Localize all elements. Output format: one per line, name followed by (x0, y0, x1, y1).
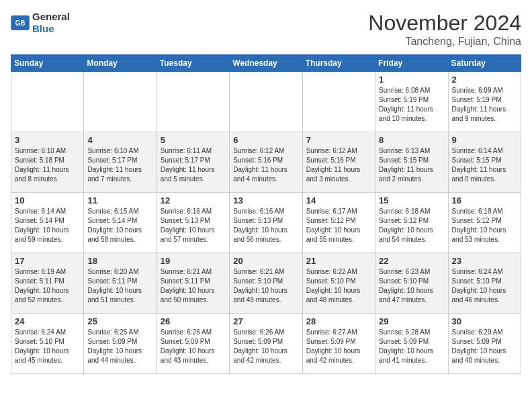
location: Tancheng, Fujian, China (368, 36, 521, 48)
day-info: Sunrise: 6:26 AMSunset: 5:09 PMDaylight:… (233, 328, 298, 365)
calendar-cell: 11Sunrise: 6:15 AMSunset: 5:14 PMDayligh… (84, 193, 157, 253)
day-info: Sunrise: 6:11 AMSunset: 5:17 PMDaylight:… (161, 146, 226, 184)
calendar-cell: 27Sunrise: 6:26 AMSunset: 5:09 PMDayligh… (230, 314, 302, 374)
calendar-cell: 26Sunrise: 6:26 AMSunset: 5:09 PMDayligh… (157, 314, 229, 374)
calendar-cell: 23Sunrise: 6:24 AMSunset: 5:10 PMDayligh… (448, 253, 521, 314)
calendar-cell: 9Sunrise: 6:14 AMSunset: 5:15 PMDaylight… (448, 132, 521, 193)
day-info: Sunrise: 6:18 AMSunset: 5:12 PMDaylight:… (452, 207, 517, 244)
calendar-body: 1Sunrise: 6:08 AMSunset: 5:19 PMDaylight… (11, 72, 521, 374)
calendar-cell: 30Sunrise: 6:29 AMSunset: 5:09 PMDayligh… (448, 314, 521, 374)
day-info: Sunrise: 6:10 AMSunset: 5:17 PMDaylight:… (87, 146, 152, 184)
calendar-cell (84, 72, 157, 132)
day-info: Sunrise: 6:13 AMSunset: 5:15 PMDaylight:… (379, 146, 444, 184)
calendar-cell: 24Sunrise: 6:24 AMSunset: 5:10 PMDayligh… (11, 314, 84, 374)
calendar-cell: 29Sunrise: 6:28 AMSunset: 5:09 PMDayligh… (375, 314, 448, 374)
day-number: 16 (452, 195, 517, 205)
calendar-cell: 5Sunrise: 6:11 AMSunset: 5:17 PMDaylight… (157, 132, 229, 193)
calendar-cell: 25Sunrise: 6:25 AMSunset: 5:09 PMDayligh… (84, 314, 157, 374)
day-number: 10 (15, 195, 80, 205)
weekday-header-monday: Monday (84, 55, 157, 72)
day-number: 5 (161, 135, 226, 145)
calendar-cell (230, 72, 302, 132)
calendar-cell: 20Sunrise: 6:21 AMSunset: 5:10 PMDayligh… (230, 253, 302, 314)
calendar-cell: 13Sunrise: 6:16 AMSunset: 5:13 PMDayligh… (230, 193, 302, 253)
day-number: 19 (161, 256, 226, 266)
logo: GB General Blue (11, 11, 70, 35)
day-info: Sunrise: 6:28 AMSunset: 5:09 PMDaylight:… (379, 328, 444, 365)
day-info: Sunrise: 6:08 AMSunset: 5:19 PMDaylight:… (379, 86, 444, 124)
day-number: 29 (379, 316, 444, 326)
day-number: 4 (87, 135, 152, 145)
day-info: Sunrise: 6:27 AMSunset: 5:09 PMDaylight:… (306, 328, 371, 365)
day-number: 7 (306, 135, 371, 145)
weekday-header-friday: Friday (375, 55, 448, 72)
day-info: Sunrise: 6:15 AMSunset: 5:14 PMDaylight:… (87, 207, 152, 244)
day-info: Sunrise: 6:20 AMSunset: 5:11 PMDaylight:… (87, 267, 152, 305)
day-info: Sunrise: 6:23 AMSunset: 5:10 PMDaylight:… (379, 267, 444, 305)
day-number: 15 (379, 195, 444, 205)
svg-text:GB: GB (15, 19, 25, 27)
day-info: Sunrise: 6:24 AMSunset: 5:10 PMDaylight:… (452, 267, 517, 305)
day-number: 21 (306, 256, 371, 266)
calendar-cell: 21Sunrise: 6:22 AMSunset: 5:10 PMDayligh… (302, 253, 375, 314)
day-number: 2 (452, 75, 517, 85)
day-info: Sunrise: 6:21 AMSunset: 5:10 PMDaylight:… (233, 267, 298, 305)
day-info: Sunrise: 6:12 AMSunset: 5:16 PMDaylight:… (233, 146, 298, 184)
day-number: 12 (161, 195, 226, 205)
day-number: 1 (379, 75, 444, 85)
day-number: 27 (233, 316, 298, 326)
day-number: 8 (379, 135, 444, 145)
day-info: Sunrise: 6:22 AMSunset: 5:10 PMDaylight:… (306, 267, 371, 305)
calendar-cell: 15Sunrise: 6:18 AMSunset: 5:12 PMDayligh… (375, 193, 448, 253)
day-info: Sunrise: 6:25 AMSunset: 5:09 PMDaylight:… (87, 328, 152, 365)
day-info: Sunrise: 6:12 AMSunset: 5:16 PMDaylight:… (306, 146, 371, 184)
calendar-cell: 8Sunrise: 6:13 AMSunset: 5:15 PMDaylight… (375, 132, 448, 193)
calendar-cell: 6Sunrise: 6:12 AMSunset: 5:16 PMDaylight… (230, 132, 302, 193)
weekday-header-wednesday: Wednesday (230, 55, 302, 72)
day-number: 28 (306, 316, 371, 326)
day-number: 13 (233, 195, 298, 205)
day-info: Sunrise: 6:09 AMSunset: 5:19 PMDaylight:… (452, 86, 517, 124)
title-area: November 2024 Tancheng, Fujian, China (368, 11, 521, 48)
calendar-week-row: 24Sunrise: 6:24 AMSunset: 5:10 PMDayligh… (11, 314, 521, 374)
calendar-cell: 2Sunrise: 6:09 AMSunset: 5:19 PMDaylight… (448, 72, 521, 132)
day-number: 11 (87, 195, 152, 205)
calendar-cell: 18Sunrise: 6:20 AMSunset: 5:11 PMDayligh… (84, 253, 157, 314)
day-number: 3 (15, 135, 80, 145)
calendar-cell: 19Sunrise: 6:21 AMSunset: 5:11 PMDayligh… (157, 253, 229, 314)
logo-icon: GB (11, 15, 30, 30)
weekday-header-tuesday: Tuesday (157, 55, 229, 72)
day-number: 6 (233, 135, 298, 145)
calendar-cell: 10Sunrise: 6:14 AMSunset: 5:14 PMDayligh… (11, 193, 84, 253)
weekday-header-saturday: Saturday (448, 55, 521, 72)
day-number: 24 (15, 316, 80, 326)
calendar-week-row: 17Sunrise: 6:19 AMSunset: 5:11 PMDayligh… (11, 253, 521, 314)
calendar-cell (302, 72, 375, 132)
calendar-table: SundayMondayTuesdayWednesdayThursdayFrid… (11, 54, 521, 374)
day-number: 22 (379, 256, 444, 266)
day-info: Sunrise: 6:14 AMSunset: 5:15 PMDaylight:… (452, 146, 517, 184)
day-info: Sunrise: 6:16 AMSunset: 5:13 PMDaylight:… (161, 207, 226, 244)
calendar-cell (11, 72, 84, 132)
day-info: Sunrise: 6:21 AMSunset: 5:11 PMDaylight:… (161, 267, 226, 305)
day-number: 18 (87, 256, 152, 266)
day-number: 9 (452, 135, 517, 145)
calendar-cell: 22Sunrise: 6:23 AMSunset: 5:10 PMDayligh… (375, 253, 448, 314)
day-info: Sunrise: 6:14 AMSunset: 5:14 PMDaylight:… (15, 207, 80, 244)
day-number: 20 (233, 256, 298, 266)
month-title: November 2024 (368, 11, 521, 36)
logo-general-text: General (32, 11, 70, 22)
calendar-cell: 4Sunrise: 6:10 AMSunset: 5:17 PMDaylight… (84, 132, 157, 193)
day-number: 26 (161, 316, 226, 326)
calendar-cell: 1Sunrise: 6:08 AMSunset: 5:19 PMDaylight… (375, 72, 448, 132)
day-info: Sunrise: 6:18 AMSunset: 5:12 PMDaylight:… (379, 207, 444, 244)
day-info: Sunrise: 6:10 AMSunset: 5:18 PMDaylight:… (15, 146, 80, 184)
day-number: 14 (306, 195, 371, 205)
calendar-cell: 3Sunrise: 6:10 AMSunset: 5:18 PMDaylight… (11, 132, 84, 193)
calendar-cell: 17Sunrise: 6:19 AMSunset: 5:11 PMDayligh… (11, 253, 84, 314)
day-info: Sunrise: 6:29 AMSunset: 5:09 PMDaylight:… (452, 328, 517, 365)
day-info: Sunrise: 6:17 AMSunset: 5:12 PMDaylight:… (306, 207, 371, 244)
day-number: 25 (87, 316, 152, 326)
calendar-cell: 14Sunrise: 6:17 AMSunset: 5:12 PMDayligh… (302, 193, 375, 253)
day-number: 23 (452, 256, 517, 266)
